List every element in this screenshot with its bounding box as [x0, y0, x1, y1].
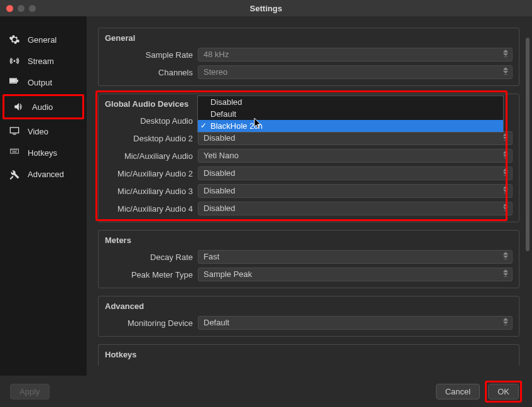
svg-rect-6 [13, 149, 14, 150]
select-peak-meter[interactable]: Sample Peak [198, 268, 513, 281]
sidebar-item-audio[interactable]: Audio [4, 96, 82, 117]
apply-button[interactable]: Apply [10, 384, 50, 399]
stepper-icon [503, 151, 509, 157]
svg-rect-5 [13, 149, 13, 150]
stepper-icon [503, 269, 509, 276]
content-area: General Sample Rate 48 kHz Channels Ster… [87, 16, 532, 376]
dropdown-desktop-audio: Disabled Default ✓BlackHole 2ch [197, 95, 504, 133]
sidebar-item-label: General [28, 35, 57, 45]
svg-rect-10 [13, 151, 17, 152]
gear-icon [8, 34, 21, 45]
sidebar-item-stream[interactable]: Stream [0, 50, 87, 72]
stepper-icon [503, 133, 509, 139]
label-mic-1: Mic/Auxiliary Audio [105, 151, 198, 161]
select-desktop-audio-2[interactable]: Disabled [198, 131, 513, 145]
stepper-icon [503, 204, 509, 210]
label-desktop-audio-2: Desktop Audio 2 [105, 134, 198, 143]
panel-title-advanced: Advanced [105, 301, 513, 311]
panel-title-meters: Meters [105, 236, 513, 245]
label-monitoring-device: Monitoring Device [105, 318, 198, 328]
sidebar-item-label: Stream [28, 57, 54, 66]
select-sample-rate[interactable]: 48 kHz [198, 48, 513, 62]
sidebar-item-general[interactable]: General [0, 29, 87, 50]
panel-title-general: General [105, 33, 513, 43]
stepper-icon [503, 252, 509, 258]
monitor-icon [8, 126, 21, 137]
dropdown-option-disabled[interactable]: Disabled [198, 96, 503, 108]
check-icon: ✓ [200, 121, 207, 130]
highlight-ok: OK [485, 381, 522, 403]
select-mic-4[interactable]: Disabled [198, 202, 513, 215]
label-mic-3: Mic/Auxiliary Audio 3 [105, 187, 198, 196]
panel-hotkeys: Hotkeys [98, 344, 519, 366]
antenna-icon [8, 55, 21, 67]
sidebar-item-advanced[interactable]: Advanced [0, 163, 87, 185]
label-peak-meter: Peak Meter Type [105, 270, 198, 279]
select-mic-1[interactable]: Yeti Nano [198, 149, 513, 163]
label-desktop-audio: Desktop Audio [105, 116, 198, 126]
svg-rect-4 [11, 149, 12, 150]
sidebar-item-label: Video [28, 127, 48, 136]
stepper-icon [503, 318, 509, 324]
sidebar-audio-highlight: Audio [3, 94, 84, 119]
select-decay-rate[interactable]: Fast [198, 250, 513, 264]
panel-meters: Meters Decay Rate Fast Peak Meter Type S… [98, 230, 519, 288]
panel-title-hotkeys: Hotkeys [105, 350, 513, 359]
svg-rect-2 [13, 134, 16, 134]
titlebar: Settings [0, 0, 532, 16]
svg-rect-7 [14, 149, 15, 150]
sidebar-item-label: Hotkeys [28, 148, 57, 158]
cancel-button[interactable]: Cancel [436, 384, 480, 399]
dropdown-option-blackhole[interactable]: ✓BlackHole 2ch [198, 120, 503, 132]
scrollbar-thumb[interactable] [526, 38, 529, 251]
stepper-icon [503, 168, 509, 175]
select-mic-3[interactable]: Disabled [198, 184, 513, 198]
ok-button[interactable]: OK [488, 384, 519, 399]
svg-rect-9 [17, 149, 18, 150]
stepper-icon [503, 186, 509, 192]
select-channels[interactable]: Stereo [198, 65, 513, 79]
select-mic-2[interactable]: Disabled [198, 166, 513, 180]
svg-rect-1 [10, 128, 18, 133]
select-monitoring-device[interactable]: Default [198, 316, 513, 330]
keyboard-icon [8, 147, 21, 158]
sidebar-item-label: Output [28, 78, 52, 87]
settings-window: Settings General Stream Output Audio [0, 0, 532, 407]
label-mic-2: Mic/Auxiliary Audio 2 [105, 169, 198, 178]
sidebar-item-video[interactable]: Video [0, 121, 87, 142]
speaker-icon [12, 101, 26, 112]
label-decay-rate: Decay Rate [105, 252, 198, 262]
window-title: Settings [0, 4, 532, 13]
sidebar-item-label: Advanced [28, 170, 64, 179]
sidebar-item-label: Audio [32, 102, 53, 112]
label-sample-rate: Sample Rate [105, 50, 198, 60]
stepper-icon [503, 67, 509, 73]
scrollbar[interactable] [526, 38, 529, 371]
sidebar-item-output[interactable]: Output [0, 72, 87, 93]
sidebar: General Stream Output Audio Video [0, 16, 87, 376]
label-channels: Channels [105, 68, 198, 77]
panel-advanced: Advanced Monitoring Device Default [98, 296, 519, 337]
sidebar-item-hotkeys[interactable]: Hotkeys [0, 142, 87, 163]
svg-rect-3 [11, 149, 19, 153]
stepper-icon [503, 50, 509, 56]
svg-rect-8 [16, 149, 16, 150]
output-icon [8, 77, 21, 88]
label-mic-4: Mic/Auxiliary Audio 4 [105, 204, 198, 214]
panel-general: General Sample Rate 48 kHz Channels Ster… [98, 28, 519, 86]
tools-icon [8, 168, 21, 180]
footer: Apply Cancel OK [0, 376, 532, 407]
dropdown-option-default[interactable]: Default [198, 108, 503, 120]
